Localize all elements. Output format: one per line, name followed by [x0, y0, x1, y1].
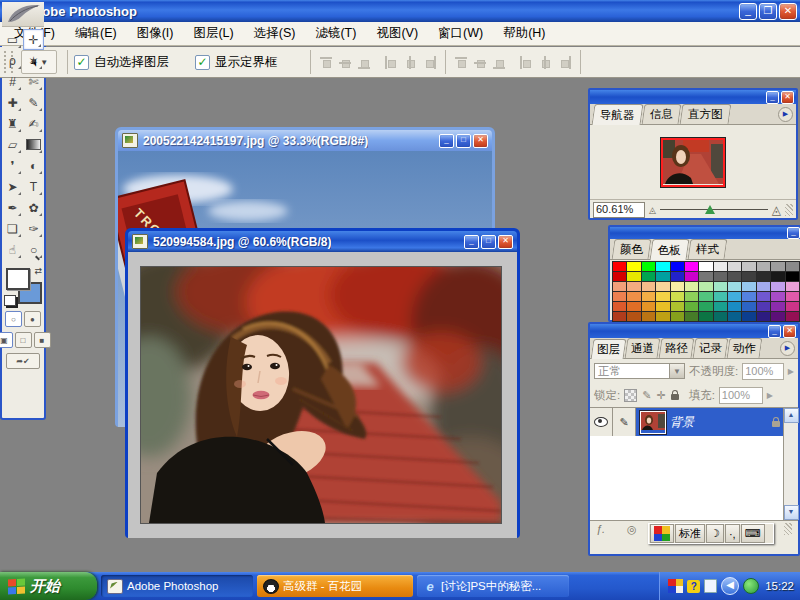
swatch-5-1[interactable]	[627, 312, 640, 321]
swatch-1-5[interactable]	[685, 272, 698, 281]
distribute-horizontal-centers-icon[interactable]	[538, 56, 553, 69]
swatch-0-8[interactable]	[728, 262, 741, 271]
swatch-4-0[interactable]	[613, 302, 626, 311]
swatch-4-10[interactable]	[757, 302, 770, 311]
swatch-5-8[interactable]	[728, 312, 741, 321]
photoshop-feather-logo[interactable]	[2, 2, 44, 27]
tab-navigator[interactable]: 导航器	[592, 104, 643, 125]
swatch-0-4[interactable]	[671, 262, 684, 271]
pencil-tool[interactable]: ✎	[23, 92, 44, 113]
swatch-2-8[interactable]	[728, 282, 741, 291]
portrait-photo[interactable]	[140, 266, 502, 524]
path-select-tool[interactable]: ➤	[2, 176, 23, 197]
opacity-arrow-icon[interactable]: ▶	[788, 367, 794, 376]
align-left-edges-icon[interactable]	[384, 56, 399, 69]
layer-style-button[interactable]: ƒ.	[596, 523, 605, 535]
scroll-up-icon[interactable]: ▲	[784, 408, 799, 423]
document1-title-bar[interactable]: 200522142415197.jpg @ 33.3%(RGB/8#) _ □ …	[118, 130, 492, 151]
navigator-view-proxy[interactable]	[661, 138, 725, 187]
menu-item-3[interactable]: 图层(L)	[183, 22, 243, 45]
tray-ime-icon[interactable]	[668, 579, 683, 593]
menu-item-1[interactable]: 编辑(E)	[65, 22, 127, 45]
swatch-2-10[interactable]	[757, 282, 770, 291]
navigator-minimize-button[interactable]: _	[766, 91, 779, 104]
navigator-menu-button[interactable]: ▶	[778, 107, 793, 122]
document2-canvas[interactable]	[128, 252, 517, 538]
swatch-3-6[interactable]	[699, 292, 712, 301]
fill-value[interactable]: 100%	[719, 387, 763, 404]
navigator-close-button[interactable]: ✕	[781, 91, 794, 104]
layer-visibility-eye-icon[interactable]	[594, 417, 608, 427]
distribute-right-edges-icon[interactable]	[557, 56, 572, 69]
swatch-3-5[interactable]	[685, 292, 698, 301]
menu-item-7[interactable]: 窗口(W)	[428, 22, 493, 45]
eraser-tool[interactable]: ▱	[2, 134, 23, 155]
fullscreen-mode-button[interactable]: ■	[34, 332, 51, 348]
swatch-2-9[interactable]	[742, 282, 755, 291]
lasso-tool[interactable]: ρ	[2, 50, 23, 71]
lock-position-icon[interactable]: ✛	[656, 389, 665, 402]
swatch-1-11[interactable]	[771, 272, 784, 281]
swatch-5-5[interactable]	[685, 312, 698, 321]
swatch-1-12[interactable]	[786, 272, 799, 281]
blend-mode-select[interactable]: 正常	[594, 363, 670, 379]
dodge-tool[interactable]: ◐	[23, 155, 44, 176]
align-bottom-edges-icon[interactable]	[357, 56, 372, 69]
fill-arrow-icon[interactable]: ▶	[767, 391, 773, 400]
swatch-4-9[interactable]	[742, 302, 755, 311]
taskbar-task-ie[interactable]: e[讨论]PS中的秘密...	[417, 575, 569, 597]
eyedropper-tool[interactable]: ✑	[23, 218, 44, 239]
menu-item-5[interactable]: 滤镜(T)	[305, 22, 366, 45]
ime-logo-button[interactable]	[650, 524, 674, 543]
swatch-0-5[interactable]	[685, 262, 698, 271]
swatch-3-12[interactable]	[786, 292, 799, 301]
swatch-2-6[interactable]	[699, 282, 712, 291]
opacity-value[interactable]: 100%	[742, 363, 784, 380]
swatch-5-7[interactable]	[714, 312, 727, 321]
history-brush-tool[interactable]: ✍	[23, 113, 44, 134]
standard-mode-button[interactable]: ○	[5, 311, 22, 327]
tab-styles[interactable]: 样式	[688, 239, 728, 259]
zoom-slider-thumb[interactable]	[705, 205, 715, 214]
tray-help-icon[interactable]: ?	[687, 580, 700, 593]
doc2-minimize-button[interactable]: _	[464, 235, 479, 249]
jump-to-imageready-button[interactable]: ➦✔	[6, 353, 40, 369]
tray-antivirus-icon[interactable]	[743, 578, 759, 594]
doc1-close-button[interactable]: ✕	[473, 134, 488, 148]
layers-resize-grip[interactable]	[784, 523, 792, 535]
layers-menu-button[interactable]: ▶	[780, 341, 795, 356]
swatch-2-7[interactable]	[714, 282, 727, 291]
tab-swatches[interactable]: 色板	[650, 239, 690, 260]
navigator-zoom-input[interactable]: 60.61%	[593, 202, 645, 218]
swatch-5-12[interactable]	[786, 312, 799, 321]
swatch-2-11[interactable]	[771, 282, 784, 291]
swatch-2-1[interactable]	[627, 282, 640, 291]
notes-tool[interactable]: ❏	[2, 218, 23, 239]
swatch-4-2[interactable]	[642, 302, 655, 311]
tab-info[interactable]: 信息	[641, 104, 681, 124]
swatch-4-8[interactable]	[728, 302, 741, 311]
navigator-title-strip[interactable]: _ ✕	[590, 90, 796, 104]
swatch-3-3[interactable]	[656, 292, 669, 301]
swatch-4-3[interactable]	[656, 302, 669, 311]
custom-shape-tool[interactable]: ✿	[23, 197, 44, 218]
ime-softkeyboard-icon[interactable]: ⌨	[741, 524, 765, 543]
show-bounding-box-checkbox[interactable]: ✓	[195, 55, 210, 70]
gradient-tool[interactable]	[23, 134, 44, 155]
taskbar-task-ps[interactable]: Adobe Photoshop	[101, 575, 253, 597]
layer-row-background[interactable]: ✎ 背景	[590, 408, 798, 436]
swatch-4-7[interactable]	[714, 302, 727, 311]
quick-mask-mode-button[interactable]: ●	[24, 311, 41, 327]
start-button[interactable]: 开始	[0, 572, 97, 600]
auto-select-layer-checkbox[interactable]: ✓	[74, 55, 89, 70]
layers-minimize-button[interactable]: _	[768, 325, 781, 338]
swatch-0-6[interactable]	[699, 262, 712, 271]
rect-marquee-tool[interactable]: ▭	[2, 29, 23, 50]
menu-item-2[interactable]: 图像(I)	[127, 22, 184, 45]
swatch-2-3[interactable]	[656, 282, 669, 291]
resize-grip[interactable]	[785, 204, 793, 216]
scroll-down-icon[interactable]: ▼	[784, 505, 799, 520]
tab-channels[interactable]: 通道	[625, 338, 661, 358]
close-button[interactable]: ✕	[779, 3, 797, 20]
swatch-4-5[interactable]	[685, 302, 698, 311]
